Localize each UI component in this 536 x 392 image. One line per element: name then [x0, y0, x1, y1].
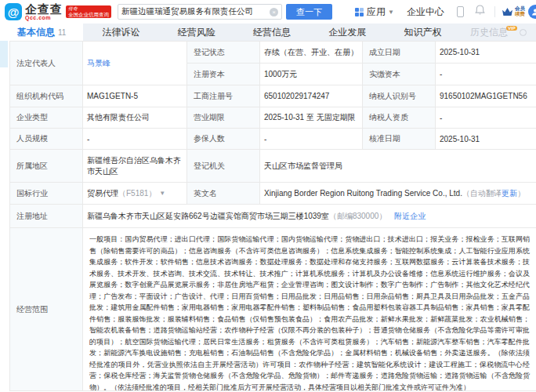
industry-value: 贸易代理 （F5181） ▼: [83, 183, 187, 205]
field-label: 登记状态: [187, 42, 260, 64]
customer-service-icon[interactable]: [528, 5, 536, 19]
reg-status-value: 存续（在营、开业、在册）: [260, 42, 363, 64]
est-date-value: 2025-10-31: [436, 42, 536, 64]
field-label: 工商注册号: [187, 85, 260, 107]
tab-basic-info[interactable]: 基本信息 11: [0, 24, 83, 41]
org-code-value: MAG1GETN-5: [83, 85, 187, 107]
tab-business-info[interactable]: 经营信息: [234, 24, 310, 41]
search-button[interactable]: 查一下: [286, 4, 332, 20]
badge-main-text: 全国企业信用查询: [68, 12, 109, 17]
address-value: 新疆乌鲁木齐市天山区延安路662号边疆宾馆商贸市场三期三楼1039室 （邮编83…: [83, 205, 536, 228]
company-type-value: 其他有限责任公司: [83, 107, 187, 129]
company-info-table: 法定代表人 马景峰 登记状态 存续（在营、开业、在册） 成立日期 2025-10…: [9, 41, 536, 391]
paid-capital-value: -: [436, 64, 536, 85]
brand-badge: 传奇 全国企业信用查询: [66, 5, 111, 18]
biz-reg-no-value: 650102029174247: [260, 85, 363, 107]
qcc-logo[interactable]: @ 企查查 Qcc.com 传奇 全国企业信用查询: [5, 3, 111, 20]
search-box: ×: [118, 4, 282, 20]
tab-business-risk[interactable]: 经营风险: [159, 24, 234, 41]
crown-icon: [502, 7, 513, 16]
tab-legal-proceedings[interactable]: 法律诉讼: [83, 24, 158, 41]
field-label: 注册地址: [10, 205, 83, 228]
business-scope-value: 一般项目：国内贸易代理；进出口代理；国际货物运输代理；国内货物运输代理；货物进出…: [83, 228, 536, 391]
qcc-logo-icon: @: [5, 3, 22, 20]
brand-domain: Qcc.com: [25, 15, 63, 20]
brand-name: 企查查: [25, 3, 63, 15]
header: @ 企查查 Qcc.com 传奇 全国企业信用查询 × 查一下 应用 ▼ 企业中…: [0, 0, 536, 24]
reg-capital-value: 1000万元: [260, 64, 363, 85]
field-label: 核准日期: [363, 129, 436, 150]
region-value: 新疆维吾尔自治区乌鲁木齐市天山区: [83, 150, 187, 183]
reg-authority-value: 天山区市场监督管理局: [260, 150, 536, 183]
apps-menu[interactable]: 应用 ▼: [355, 5, 394, 19]
biz-term-value: 2025-10-31 至 无固定期限: [260, 107, 363, 129]
field-label: 实缴资本: [363, 64, 436, 85]
mobile-app-icon[interactable]: [457, 6, 464, 17]
taxpayer-id-value: 91650102MAG1GETN56: [436, 85, 536, 107]
field-label: 企业类型: [10, 107, 83, 129]
enterprise-center-label: 企业中心: [407, 5, 444, 19]
legal-rep-value: 马景峰: [83, 42, 187, 85]
tab-history-info[interactable]: 历史信息 VIP: [461, 24, 536, 41]
tab-intellectual-property[interactable]: 知识产权: [385, 24, 460, 41]
taxpayer-qual-value: -: [436, 107, 536, 129]
field-label: 登记机关: [187, 150, 260, 183]
apps-label: 应用: [367, 5, 386, 19]
legal-rep-link[interactable]: 马景峰: [87, 58, 110, 69]
renew-label: 续费: [515, 12, 525, 17]
insured-count-value: -: [260, 129, 363, 150]
field-label: 英文名: [187, 183, 260, 205]
translate-update-link[interactable]: 更新: [502, 188, 517, 199]
left-decoration-strip: [0, 41, 8, 67]
info-circle-icon: [520, 29, 527, 36]
field-label: 国标行业: [10, 183, 83, 205]
header-divider: [494, 6, 495, 17]
field-label: 所属地区: [10, 150, 83, 183]
apps-grid-icon: [355, 8, 364, 16]
field-label: 法定代表人: [10, 42, 83, 85]
field-label: 组织机构代码: [10, 85, 83, 107]
field-label: 纳税人资质: [363, 107, 436, 129]
member-renew-button[interactable]: 会员 续费: [502, 6, 525, 17]
english-name-value: Xinjiang Border Region Ruitong Trading S…: [260, 183, 536, 205]
tab-count-badge: 11: [58, 28, 66, 37]
badge-top-text: 传奇: [68, 6, 109, 12]
chevron-down-icon[interactable]: ▼: [159, 190, 165, 197]
field-label: 营业期限: [187, 107, 260, 129]
field-label: 成立日期: [363, 42, 436, 64]
search-input[interactable]: [121, 7, 270, 16]
field-label: 参保人数: [187, 129, 260, 150]
nearby-companies-link[interactable]: 附近企业: [394, 211, 426, 222]
staff-size-value: -: [83, 129, 187, 150]
approval-date-value: 2025-10-31: [436, 129, 536, 150]
field-label: 人员规模: [10, 129, 83, 150]
notification-bell-icon[interactable]: [475, 5, 485, 19]
vip-badge: VIP: [506, 26, 517, 31]
enterprise-center-link[interactable]: 企业中心: [407, 5, 444, 19]
tab-company-development[interactable]: 企业发展: [310, 24, 385, 41]
field-label: 纳税人识别号: [363, 85, 436, 107]
field-label: 注册资本: [187, 64, 260, 85]
tab-bar: 基本信息 11 法律诉讼 经营风险 经营信息 企业发展 知识产权 历史信息 VI…: [0, 24, 536, 41]
field-label: 经营范围: [10, 228, 83, 391]
clear-icon[interactable]: ×: [270, 8, 278, 16]
chevron-down-icon: ▼: [388, 9, 394, 16]
